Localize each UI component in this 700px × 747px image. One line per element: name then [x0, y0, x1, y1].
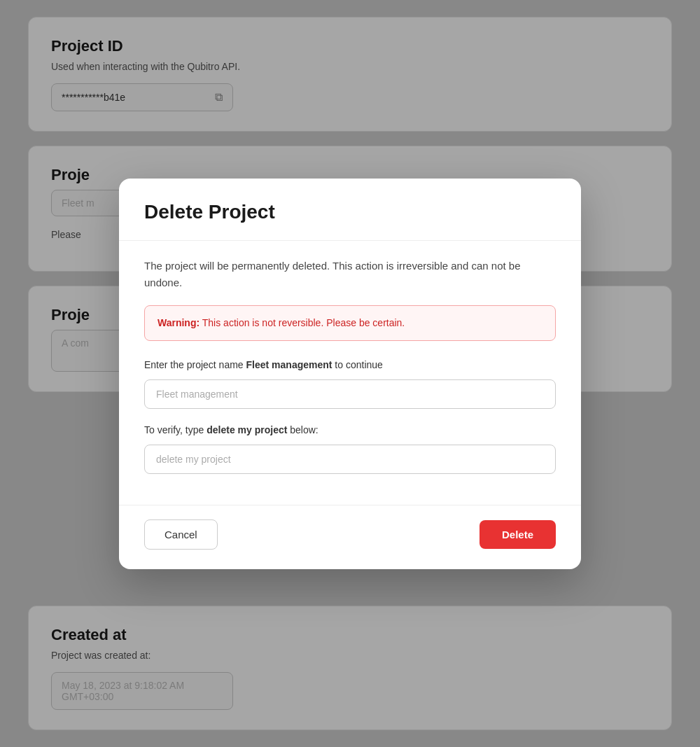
verify-label: To verify, type delete my project below:: [144, 423, 556, 438]
verify-label-suffix: below:: [287, 424, 318, 435]
modal-body: The project will be permanently deleted.…: [119, 240, 581, 505]
project-name-label-suffix: to continue: [332, 359, 382, 370]
warning-text: This action is not reversible. Please be…: [200, 317, 405, 328]
verify-input[interactable]: [144, 445, 556, 474]
modal-footer: Cancel Delete: [119, 505, 581, 569]
project-name-label-prefix: Enter the project name: [144, 359, 246, 370]
delete-button[interactable]: Delete: [479, 520, 556, 549]
project-name-label: Enter the project name Fleet management …: [144, 358, 556, 372]
cancel-button[interactable]: Cancel: [144, 519, 218, 550]
form-group-project-name: Enter the project name Fleet management …: [144, 358, 556, 409]
modal-header: Delete Project: [119, 179, 581, 240]
verify-label-bold: delete my project: [206, 424, 287, 435]
warning-box: Warning: This action is not reversible. …: [144, 305, 556, 341]
modal-title: Delete Project: [144, 201, 556, 223]
project-name-input[interactable]: [144, 379, 556, 409]
modal-overlay: Delete Project The project will be perma…: [0, 0, 700, 747]
verify-label-prefix: To verify, type: [144, 424, 206, 435]
delete-project-modal: Delete Project The project will be perma…: [119, 179, 581, 569]
project-name-label-bold: Fleet management: [246, 359, 332, 370]
modal-description: The project will be permanently deleted.…: [144, 241, 556, 305]
form-group-verify: To verify, type delete my project below:: [144, 423, 556, 474]
warning-label: Warning:: [158, 317, 200, 328]
